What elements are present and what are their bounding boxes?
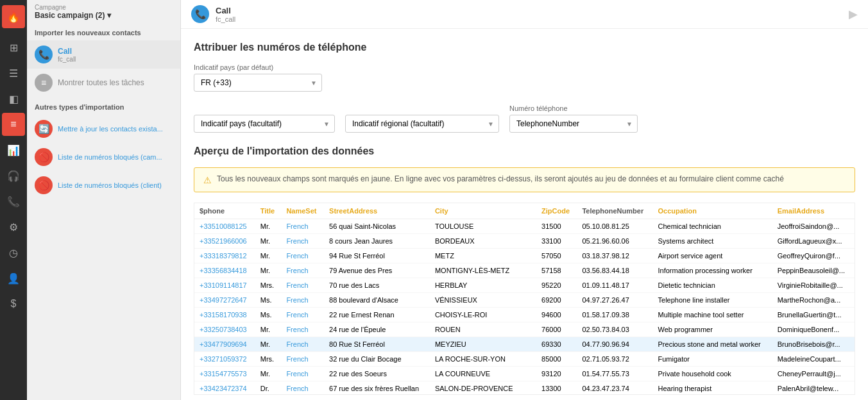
sidebar-item-blocked-cam[interactable]: 🚫 Liste de numéros bloqués (cam... [27,143,180,171]
table-cell: Mr. [255,219,282,234]
table-cell: 04.97.27.26.47 [577,293,652,308]
call-item-title: Call [58,47,76,56]
table-cell: 32 rue du Clair Bocage [324,352,430,367]
table-cell: +33271059372 [194,352,255,367]
table-cell: French [281,367,324,381]
col-header-telephonenumber: TelephoneNumber [577,203,652,219]
table-cell: JeoffroiSaindon@... [772,219,855,234]
table-cell: 05.21.96.60.06 [577,234,652,249]
campaign-name[interactable]: Basic campaign (2) ▾ [35,11,111,20]
table-cell: PeppinBeausoleil@... [772,263,855,278]
topbar-title: Call [216,6,235,15]
table-cell: +33423472374 [194,381,255,396]
table-cell: BrunellaGuertin@t... [772,308,855,322]
table-cell: 85000 [536,352,577,367]
optional-country-select[interactable]: Indicatif pays (facultatif) [194,115,335,133]
table-cell: GeoffreyQuiron@f... [772,249,855,263]
sidebar-item-blocked-client[interactable]: 🚫 Liste de numéros bloqués (client) [27,171,180,199]
table-cell: VÉNISSIEUX [430,293,536,308]
sidebar-item-call[interactable]: 📞 Call fc_call [27,40,180,69]
table-row: +33154775573Mr.French22 rue des SoeursLA… [194,367,855,381]
show-all-label: Montrer toutes les tâches [58,78,144,87]
table-cell: GiffordLagueux@x... [772,234,855,249]
table-cell: French [281,381,324,396]
preview-section-title: Aperçu de l'importation des données [194,146,855,157]
gear-icon[interactable]: ⚙ [2,215,25,238]
import-section-header: Importer les nouveaux contacts [27,22,180,40]
table-cell: +33109114817 [194,278,255,293]
table-row: +33271059372Mrs.French32 rue du Clair Bo… [194,352,855,367]
default-country-label: Indicatif pays (par défaut) [194,63,322,71]
table-cell: 01.09.11.48.17 [577,278,652,293]
table-cell: 22 rue des Soeurs [324,367,430,381]
table-cell: Mr. [255,234,282,249]
table-cell: 02.71.05.93.72 [577,352,652,367]
topbar-call-icon: 📞 [191,5,209,23]
topbar: 📞 Call fc_call ▶ [181,0,868,29]
regional-select[interactable]: Indicatif régional (facultatif) [345,115,499,133]
sidebar-item-update[interactable]: 🔄 Mettre à jour les contacts exista... [27,115,180,143]
table-cell: Mr. [255,249,282,263]
phone-number-field: Numéro téléphone TelephoneNumber ▼ [509,104,638,133]
table-cell: Dr. [255,381,282,396]
table-cell: 13300 [536,381,577,396]
table-cell: 57158 [536,263,577,278]
table-cell: 79 Avenue des Pres [324,263,430,278]
table-row: +33250738403Mr.French24 rue de l'ÉpeuleR… [194,322,855,337]
table-cell: 03.18.37.98.12 [577,249,652,263]
user-icon[interactable]: 👤 [2,267,25,290]
table-row: +33510088125Mr.French56 quai Saint-Nicol… [194,219,855,234]
table-cell: Mr. [255,367,282,381]
table-cell: 93120 [536,367,577,381]
table-cell: BORDEAUX [430,234,536,249]
table-cell: +33497272647 [194,293,255,308]
table-cell: MEYZIEU [430,337,536,352]
list-icon[interactable]: ☰ [2,62,25,85]
table-row: +33158170938Ms.French22 rue Ernest Renan… [194,308,855,322]
update-label: Mettre à jour les contacts exista... [58,125,163,133]
clock-icon[interactable]: ◷ [2,241,25,264]
topbar-arrow[interactable]: ▶ [849,7,858,21]
data-table-container[interactable]: $phoneTitleNameSetStreetAddressCityZipCo… [194,203,855,395]
brand-icon[interactable]: 🔥 [2,5,25,28]
table-cell: 31500 [536,219,577,234]
headset-icon[interactable]: 🎧 [2,164,25,187]
table-cell: TOULOUSE [430,219,536,234]
table-cell: Mr. [255,322,282,337]
table-cell: VirginieRobitaille@... [772,278,855,293]
table-cell: MONTIGNY-LÈS-METZ [430,263,536,278]
table-cell: Information processing worker [653,263,772,278]
chart-icon[interactable]: 📊 [2,138,25,162]
layers-icon[interactable]: ◧ [2,87,25,110]
default-country-select[interactable]: FR (+33) US (+1) DE (+49) GB (+44) [194,74,322,92]
table-cell: MadeleineCoupart... [772,352,855,367]
table-cell: CHOISY-LE-ROI [430,308,536,322]
table-cell: LA ROCHE-SUR-YON [430,352,536,367]
col-header-title: Title [255,203,282,219]
table-cell: 69330 [536,337,577,352]
table-cell: Dietetic technician [653,278,772,293]
table-cell: Fumigator [653,352,772,367]
table-cell: Precious stone and metal worker [653,337,772,352]
tasks-icon[interactable]: ≡ [2,113,25,136]
phone-section-title: Attribuer les numéros de téléphone [194,42,855,53]
table-cell: 03.56.83.44.18 [577,263,652,278]
dollar-icon[interactable]: $ [2,292,25,315]
table-row: +33109114817Mrs.French70 rue des LacsHER… [194,278,855,293]
table-cell: Mr. [255,337,282,352]
table-cell: PalenAbril@telew... [772,381,855,396]
table-row: +33356834418Mr.French79 Avenue des PresM… [194,263,855,278]
phone-icon[interactable]: 📞 [2,190,25,213]
table-body: +33510088125Mr.French56 quai Saint-Nicol… [194,219,855,396]
other-import-header: Autres types d'importation [27,97,180,115]
table-cell: LA COURNEUVE [430,367,536,381]
phone-number-select[interactable]: TelephoneNumber [509,115,638,133]
home-icon[interactable]: ⊞ [2,36,25,59]
table-cell: Web programmer [653,322,772,337]
table-cell: Systems architect [653,234,772,249]
table-cell: 24 rue de l'Épeule [324,322,430,337]
sidebar-item-show-all[interactable]: ≡ Montrer toutes les tâches [27,69,180,97]
table-cell: Mrs. [255,352,282,367]
table-header-row: $phoneTitleNameSetStreetAddressCityZipCo… [194,203,855,219]
phone-number-label: Numéro téléphone [509,104,638,112]
